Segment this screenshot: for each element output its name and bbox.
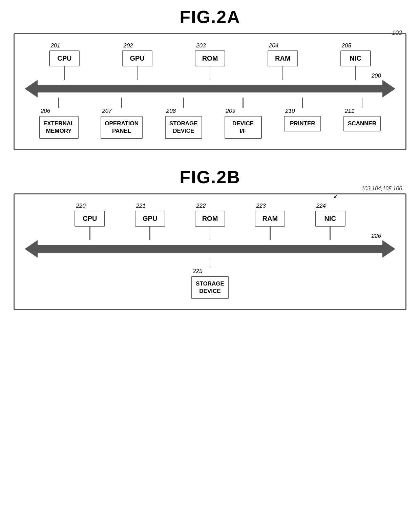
fig2a-extmem-group: 206 EXTERNALMEMORY [39, 98, 79, 139]
fig2b-storage-box: STORAGEDEVICE [191, 276, 229, 299]
fig2a-scanner-ref: 211 [345, 108, 354, 114]
fig2a-bus-arrow [25, 80, 395, 98]
fig2b-diagram: 103,104,105,106 ↙ 220 CPU 221 GPU 222 RO… [14, 193, 406, 310]
fig2a-title: FIG.2A [14, 7, 406, 27]
fig2a-printer-ref: 210 [285, 108, 295, 114]
fig2a-extmem-box: EXTERNALMEMORY [39, 116, 79, 139]
fig2b-title: FIG.2B [14, 167, 406, 187]
fig2a-bus-row: 200 [25, 80, 395, 98]
fig2b-nic-connector [330, 227, 331, 240]
fig2a-cpu-box: CPU [49, 50, 80, 66]
fig2b-storage-ref: 225 [193, 268, 202, 275]
fig2b-cpu-ref: 220 [76, 203, 85, 209]
fig2a-storage-group: 208 STORAGEDEVICE [165, 98, 202, 139]
fig2a-scanner-group: 211 SCANNER [343, 98, 381, 131]
fig2b-cpu-connector [89, 227, 90, 240]
fig2a-nic-connector [355, 66, 356, 80]
fig2b-arrow-left [25, 240, 38, 258]
fig2a-nic-group: 205 NIC [340, 42, 371, 80]
fig2a-diagram: 102 201 CPU 202 GPU 203 ROM 204 RAM 205 [14, 33, 406, 150]
fig2b-gpu-group: 221 GPU [135, 203, 165, 240]
fig2a-rom-connector [210, 66, 211, 80]
fig2a-bottom-row: 206 EXTERNALMEMORY 207 OPERATIONPANEL 20… [25, 98, 395, 139]
fig2a-cpu-group: 201 CPU [49, 42, 80, 80]
fig2a-gpu-box: GPU [122, 50, 152, 66]
fig2a-ram-group: 204 RAM [268, 42, 298, 80]
fig2a-printer-group: 210 PRINTER [284, 98, 321, 131]
fig2b-ram-ref: 223 [256, 203, 266, 209]
fig2a-ram-box: RAM [268, 50, 298, 66]
fig2a-oppanel-group: 207 OPERATIONPANEL [101, 98, 143, 139]
fig2b-nic-box: NIC [315, 211, 345, 227]
fig2a-printer-box: PRINTER [284, 116, 321, 131]
fig2a-top-row: 201 CPU 202 GPU 203 ROM 204 RAM 205 NIC [25, 42, 395, 80]
fig2a-ram-ref: 204 [269, 42, 278, 49]
fig2a-oppanel-connector [121, 98, 122, 108]
fig2b-storage-connector [210, 258, 211, 268]
fig2b-gpu-connector [149, 227, 150, 240]
fig2a-rom-box: ROM [195, 50, 225, 66]
fig2a-extmem-connector [58, 98, 59, 108]
fig2a-bus-line [38, 85, 382, 92]
fig2a-storage-box: STORAGEDEVICE [165, 116, 202, 139]
fig2a-arrow-left [25, 80, 38, 98]
fig2b-ram-group: 223 RAM [255, 203, 285, 240]
fig2a-extmem-ref: 206 [41, 108, 50, 114]
fig2a-bus-ref: 200 [372, 72, 381, 79]
fig2a-gpu-ref: 202 [123, 42, 133, 49]
fig2b-ref: 103,104,105,106 [361, 186, 402, 192]
fig2b-ram-box: RAM [255, 211, 285, 227]
fig2b-rom-connector [210, 227, 211, 240]
fig2a-cpu-connector [64, 66, 65, 80]
fig2a-ram-connector [282, 66, 284, 80]
fig2a-ref: 102 [392, 29, 402, 37]
fig2a-nic-box: NIC [340, 50, 371, 66]
fig2b-bus-ref: 226 [372, 233, 381, 239]
fig2b-rom-box: ROM [195, 211, 225, 227]
fig2b-bus-arrow [25, 240, 395, 258]
fig2a-deviceif-group: 209 DEVICEI/F [225, 98, 262, 139]
fig2b-gpu-box: GPU [135, 211, 165, 227]
fig2a-nic-ref: 205 [342, 42, 351, 49]
fig2a-gpu-connector [137, 66, 138, 80]
fig2b-bus-line [38, 245, 382, 253]
fig2b-rom-ref: 222 [196, 203, 206, 209]
fig2a-gpu-group: 202 GPU [122, 42, 152, 80]
fig2a-deviceif-ref: 209 [226, 108, 235, 114]
fig2a-rom-ref: 203 [196, 42, 206, 49]
fig2a-printer-connector [302, 98, 303, 108]
fig2a-arrow-right [382, 80, 395, 98]
fig2a-scanner-connector [362, 98, 363, 108]
fig2a-oppanel-ref: 207 [102, 108, 111, 114]
fig2b-bottom-row: 225 STORAGEDEVICE [25, 258, 395, 299]
fig2b-rom-group: 222 ROM [195, 203, 225, 240]
fig2a-rom-group: 203 ROM [195, 42, 225, 80]
fig2a-cpu-ref: 201 [50, 42, 60, 49]
fig2b-cpu-group: 220 CPU [75, 203, 105, 240]
fig2b-cpu-box: CPU [75, 211, 105, 227]
fig2b-storage-group: 225 STORAGEDEVICE [191, 258, 229, 299]
fig2a-storage-ref: 208 [166, 108, 176, 114]
fig2b-ram-connector [270, 227, 271, 240]
fig2b-bus-row: 226 [25, 240, 395, 258]
fig2a-oppanel-box: OPERATIONPANEL [101, 116, 143, 139]
fig2a-storage-connector [183, 98, 184, 108]
fig2a-deviceif-box: DEVICEI/F [225, 116, 262, 139]
fig2b-nic-ref: 224 [316, 203, 326, 209]
fig2a-deviceif-connector [243, 98, 244, 108]
fig2b-gpu-ref: 221 [136, 203, 146, 209]
fig2a-scanner-box: SCANNER [343, 116, 381, 131]
fig2b-arrow-right [382, 240, 395, 258]
fig2b-ref-arrow: ↙ [333, 193, 338, 199]
fig2b-nic-group: 224 NIC [315, 203, 345, 240]
fig2b-top-row: 220 CPU 221 GPU 222 ROM 223 RAM 224 NIC [25, 203, 395, 240]
